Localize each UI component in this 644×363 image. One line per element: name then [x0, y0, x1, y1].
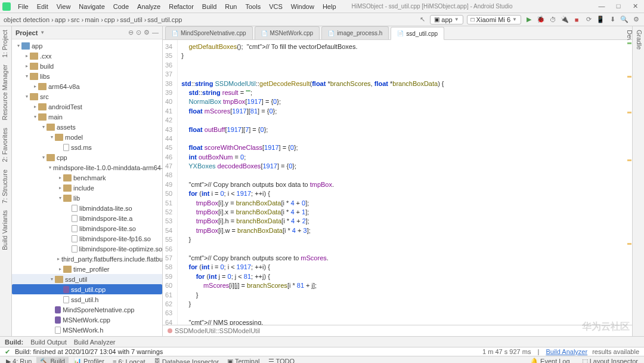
bottom-tool[interactable]: ≡ 6: Logcat [109, 358, 149, 364]
tree-item[interactable]: ssd.ms [12, 142, 162, 152]
tree-item[interactable]: libmindspore-lite-fp16.so [12, 233, 162, 244]
tree-item[interactable]: ▾libs [12, 71, 162, 81]
tree-item[interactable]: ▸third_party.flatbuffers.include.flatbuf… [12, 254, 162, 264]
tree-item[interactable]: libmindspore-lite.so [12, 223, 162, 233]
tree-item[interactable]: ▸benchmark [12, 173, 162, 183]
tree-item[interactable]: libmindspore-lite-optimize.so [12, 244, 162, 254]
editor-tab[interactable]: 📄ssd_util.cpp [391, 27, 444, 40]
tree-item[interactable]: ssd_util.h [12, 294, 162, 304]
tree-item[interactable]: ▸time_profiler [12, 264, 162, 274]
bottom-tool[interactable]: 🗄 Database Inspector [150, 358, 222, 364]
bottom-tool-right[interactable]: 🔔 Event Log [527, 357, 574, 363]
breadcrumb-item[interactable]: src › [71, 16, 83, 23]
run-config-dropdown[interactable]: ▣ app ▼ [430, 15, 463, 24]
tree-item[interactable]: MSNetWork.cpp [12, 315, 162, 325]
tree-item[interactable]: ▾model [12, 132, 162, 142]
bottom-tool[interactable]: ▶ 4: Run [2, 357, 35, 363]
tree-item[interactable]: MindSporeNetnative.cpp [12, 304, 162, 315]
tree-item[interactable]: ▾lib [12, 193, 162, 203]
tree-item[interactable]: ▾app [12, 41, 162, 51]
editor-tab[interactable]: 📄MindSporeNetnative.cpp [165, 26, 253, 39]
build-tab[interactable]: Build Output [30, 339, 67, 346]
settings-icon[interactable]: ⚙ [632, 16, 640, 24]
menu-help[interactable]: Help [319, 2, 340, 11]
menu-edit[interactable]: Edit [33, 2, 52, 11]
editor-tab[interactable]: 📄MSNetWork.cpp [255, 26, 320, 39]
menu-navigate[interactable]: Navigate [75, 2, 108, 11]
avd-icon[interactable]: 📱 [596, 16, 605, 24]
sync-icon[interactable]: ⟳ [584, 16, 593, 24]
tree-item[interactable]: ▸build [12, 61, 162, 71]
build-tab[interactable]: Build: [5, 339, 23, 346]
tree-item[interactable]: ▾main [12, 112, 162, 122]
tree-item[interactable]: ssd_util.cpp [12, 284, 162, 294]
debug-icon[interactable]: 🐞 [537, 16, 545, 24]
tree-item[interactable]: MSNetWork.h [12, 325, 162, 335]
bottom-tool[interactable]: 📊 Profiler [70, 357, 108, 363]
bottom-tool[interactable]: 🔨 Build [36, 357, 69, 363]
left-strip-tab[interactable]: 1: Project [0, 26, 11, 61]
error-stripe [626, 40, 632, 325]
attach-icon[interactable]: 🔌 [561, 16, 569, 24]
close-button[interactable]: ✕ [628, 2, 642, 10]
left-strip-tab[interactable]: 2: Favorites [0, 124, 11, 165]
tree-item[interactable]: ▾mindspore-lite-1.0.0-minddata-arm64-cpu [12, 162, 162, 173]
breadcrumb-item[interactable]: app › [55, 16, 70, 23]
menu-file[interactable]: File [14, 2, 32, 11]
stop-icon[interactable]: ■ [572, 16, 581, 24]
bottom-tool[interactable]: ☰ TODO [265, 357, 298, 363]
collapse-icon[interactable]: ⊖ [128, 29, 134, 36]
code-body[interactable]: getDefaultBoxes(); "cmt">// To fill the … [178, 40, 632, 325]
bottom-tool-right[interactable]: ⬚ Layout Inspector [578, 357, 642, 363]
maximize-button[interactable]: □ [612, 2, 625, 10]
breadcrumb-item[interactable]: main › [85, 16, 103, 23]
tree-item[interactable]: ▸arm64-v8a [12, 81, 162, 91]
editor-breadcrumb[interactable]: SSDModelUtil::SSDModelUtil [163, 325, 632, 336]
tree-item[interactable]: libminddata-lite.so [12, 203, 162, 213]
gutter: 3435363738394041424344454647484950515253… [163, 40, 178, 325]
tree-item[interactable]: ▸.cxx [12, 51, 162, 61]
menu-view[interactable]: View [53, 2, 75, 11]
nav-breadcrumbs: object detection ›app ›src ›main ›cpp ›s… [4, 16, 183, 23]
breadcrumb-item[interactable]: cpp › [104, 16, 119, 23]
tree-item[interactable]: ▾assets [12, 122, 162, 132]
menu-window[interactable]: Window [287, 2, 318, 11]
menu-analyze[interactable]: Analyze [134, 2, 164, 11]
run-icon[interactable]: ▶ [525, 16, 533, 24]
back-icon[interactable]: ↖ [418, 16, 426, 24]
tree-item[interactable]: ▾src [12, 91, 162, 101]
build-tab[interactable]: Build Analyzer [74, 339, 116, 346]
breadcrumb-item[interactable]: object detection › [4, 16, 54, 23]
gear-icon[interactable]: ⚙ [144, 29, 150, 36]
hide-icon[interactable]: — [152, 29, 159, 36]
right-strip-tab[interactable]: Gradle [634, 26, 644, 336]
left-strip-tab[interactable]: Build Variants [0, 207, 11, 254]
menu-code[interactable]: Code [110, 2, 132, 11]
breadcrumb-item[interactable]: ssd_util.cpp [147, 16, 182, 23]
menu-refactor[interactable]: Refactor [165, 2, 197, 11]
left-strip-tab[interactable]: 7: Structure [0, 166, 11, 207]
left-strip-tab[interactable]: Resource Manager [0, 61, 11, 124]
menu-run[interactable]: Run [221, 2, 240, 11]
build-output: ✔ Build: finished at 2020/10/27 13:04 wi… [0, 347, 644, 356]
bottom-tool[interactable]: ▣ Terminal [224, 357, 263, 363]
editor-area: 📄MindSporeNetnative.cpp📄MSNetWork.cpp📄im… [163, 26, 632, 336]
sdk-icon[interactable]: ⬇ [608, 16, 617, 24]
tree-item[interactable]: libmindspore-lite.a [12, 213, 162, 223]
profile-icon[interactable]: ⏱ [549, 16, 557, 24]
search-icon[interactable]: 🔍 [620, 16, 628, 24]
breadcrumb-item[interactable]: ssd_util › [120, 16, 146, 23]
menu-tools[interactable]: Tools [242, 2, 264, 11]
minimize-button[interactable]: — [595, 2, 608, 10]
menu-vcs[interactable]: VCS [265, 2, 286, 11]
menu-build[interactable]: Build [199, 2, 220, 11]
tree-item[interactable]: ▸include [12, 183, 162, 193]
device-dropdown[interactable]: □ Xiaomi Mi 6 ▼ [467, 15, 521, 24]
project-tree: ▾app▸.cxx▸build▾libs▸arm64-v8a▾src▸andro… [12, 39, 162, 336]
locate-icon[interactable]: ⊙ [136, 29, 141, 36]
tree-item[interactable]: ▸androidTest [12, 101, 162, 112]
tree-item[interactable]: ▸java [12, 335, 162, 336]
editor-tab[interactable]: 📄image_process.h [321, 26, 389, 39]
tree-item[interactable]: ▾ssd_util [12, 274, 162, 284]
tree-item[interactable]: ▾cpp [12, 152, 162, 162]
